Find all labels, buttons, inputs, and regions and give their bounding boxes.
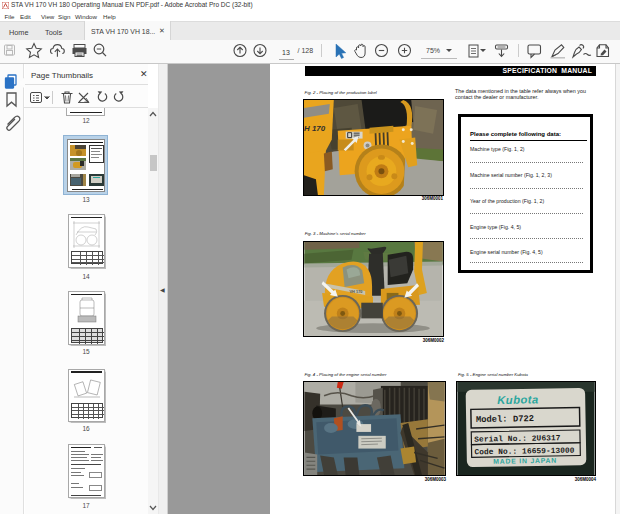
svg-text:H 170: H 170 bbox=[304, 124, 326, 133]
svg-text:Kubota: Kubota bbox=[497, 393, 539, 406]
svg-text:Code No.: 16659-13000: Code No.: 16659-13000 bbox=[474, 446, 574, 457]
svg-text:VH 170: VH 170 bbox=[350, 289, 364, 294]
svg-text:Serial No.: 2U6317: Serial No.: 2U6317 bbox=[474, 433, 561, 444]
svg-text:Model: D722: Model: D722 bbox=[476, 414, 534, 425]
svg-text:MADE IN JAPAN: MADE IN JAPAN bbox=[493, 457, 557, 465]
